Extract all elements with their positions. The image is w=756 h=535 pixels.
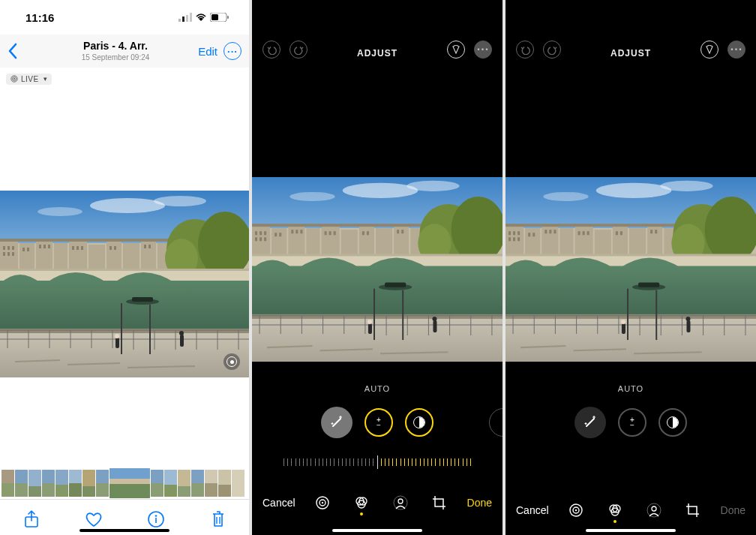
trash-icon [211,510,226,528]
done-button[interactable]: Done [467,497,492,509]
back-button[interactable] [8,43,38,59]
heart-icon [85,511,103,527]
redo-button[interactable] [290,41,308,59]
thumbnail-selected[interactable] [110,468,150,498]
tab-filters[interactable] [353,494,370,511]
brilliance-button[interactable] [405,408,434,437]
svg-line-117 [586,419,594,426]
live-badge[interactable]: LIVE ▾ [6,74,52,85]
cancel-button[interactable]: Cancel [516,504,549,516]
svg-rect-85 [56,485,68,497]
svg-point-104 [154,515,157,517]
svg-rect-71 [182,17,184,22]
adjust-name-label: AUTO [506,384,756,393]
active-tab-indicator [360,512,363,515]
svg-rect-75 [212,14,218,20]
svg-rect-70 [178,19,181,22]
status-bar: 11:16 [0,0,249,35]
cancel-button[interactable]: Cancel [262,497,296,509]
svg-point-124 [652,506,656,511]
delete-button[interactable] [208,509,228,529]
favorite-button[interactable] [84,509,104,529]
tab-portrait[interactable] [392,494,409,511]
markup-button[interactable] [700,41,718,59]
photos-viewer-screen: 11:16 Paris - 4. Arr. 15 September 09:24… [0,0,249,535]
redo-button[interactable] [543,41,561,59]
adjust-controls: +− [252,407,502,438]
share-icon [24,510,39,528]
undo-button[interactable] [516,41,534,59]
info-button[interactable] [146,509,166,529]
tab-filters[interactable] [607,502,623,518]
adjust-slider[interactable] [266,452,489,473]
edit-mode-title: ADJUST [357,48,398,59]
battery-icon [210,13,230,22]
edit-button[interactable]: Edit [198,45,218,58]
cellular-icon [178,13,192,22]
edit-bottom-bar: Cancel Done [506,491,756,530]
wifi-icon [195,13,207,22]
redo-icon [294,45,304,55]
undo-icon [520,45,530,55]
svg-rect-100 [218,485,231,497]
highlights-button-partial[interactable] [489,408,502,437]
tab-adjust[interactable] [568,502,584,518]
crop-tab-icon [432,495,447,510]
info-icon [148,511,164,527]
photo-viewport[interactable] [0,191,249,377]
wand-icon [583,415,598,430]
undo-icon [267,45,277,55]
undo-button[interactable] [262,41,280,59]
status-icons [178,13,230,22]
svg-rect-94 [164,485,177,497]
more-button[interactable] [224,42,242,60]
crop-tab-icon [686,503,700,518]
svg-rect-91 [110,483,150,498]
nav-bar: Paris - 4. Arr. 15 September 09:24 Edit [0,35,249,68]
edit-screen-inactive: ADJUST AUTO +− Cancel [506,0,756,535]
auto-adjust-button[interactable] [321,407,352,438]
edit-photo-viewport[interactable] [252,177,502,362]
home-indicator [586,529,676,532]
edit-photo-viewport[interactable] [506,177,756,362]
exposure-icon: +− [376,417,381,428]
svg-rect-101 [232,470,244,497]
done-button-disabled: Done [721,504,746,516]
auto-adjust-button[interactable] [574,407,606,438]
svg-line-108 [333,419,340,426]
live-icon [10,75,18,83]
tab-crop[interactable] [685,502,701,518]
portrait-tab-icon [393,495,408,510]
adjust-tab-icon [315,495,330,510]
thumbnail-strip[interactable] [0,467,249,499]
adjust-slider[interactable] [519,459,742,480]
svg-rect-98 [205,483,218,497]
svg-rect-76 [227,16,229,19]
location-title: Paris - 4. Arr. [38,41,194,52]
more-options-button[interactable] [474,41,492,59]
filters-tab-icon [354,495,369,510]
tab-portrait[interactable] [646,502,662,518]
active-tab-indicator [614,520,616,523]
home-indicator [332,529,422,532]
svg-rect-96 [178,486,190,497]
date-subtitle: 15 September 09:24 [38,53,194,62]
svg-rect-87 [69,483,82,497]
filters-tab-icon [608,503,622,518]
adjust-controls: +− [506,407,756,438]
edit-topbar: ADJUST [506,0,756,68]
exposure-button[interactable]: +− [364,408,393,437]
edit-mode-title: ADJUST [610,48,651,59]
tab-crop[interactable] [431,494,448,511]
svg-rect-81 [2,483,14,497]
exposure-button[interactable]: +− [618,408,646,437]
share-button[interactable] [22,509,41,529]
redo-icon [548,45,557,55]
markup-icon [705,45,714,54]
tab-adjust[interactable] [314,494,331,511]
markup-button[interactable] [447,41,465,59]
chevron-left-icon [8,43,18,59]
svg-point-115 [398,499,403,503]
brilliance-button[interactable] [658,408,687,437]
more-options-button[interactable] [728,41,746,59]
